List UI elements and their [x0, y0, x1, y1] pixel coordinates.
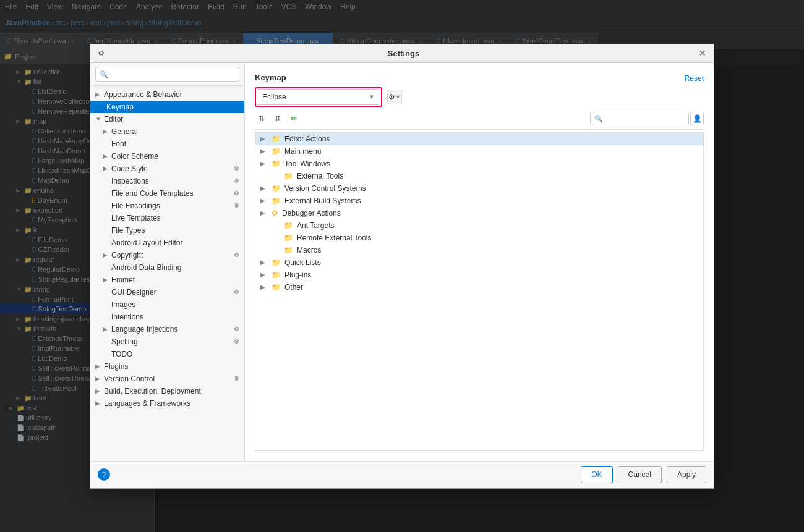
- keymap-item-other[interactable]: ▶ 📁 Other: [255, 281, 703, 293]
- nav-item-androiddatabinding[interactable]: Android Data Binding: [90, 261, 244, 274]
- dialog-title: Settings: [388, 49, 419, 58]
- nav-item-keymap[interactable]: Keymap: [90, 101, 244, 113]
- help-button[interactable]: ?: [98, 468, 110, 481]
- gear-icon: ⚙: [388, 93, 395, 101]
- keymap-row: Eclipse ▼ ⚙ ▼: [255, 87, 704, 107]
- keymap-dropdown[interactable]: Eclipse ▼: [257, 89, 380, 105]
- nav-item-androidlayouteditor[interactable]: Android Layout Editor: [90, 237, 244, 249]
- nav-item-colorscheme[interactable]: ▶ Color Scheme: [90, 150, 244, 163]
- nav-item-copyright[interactable]: ▶ Copyright ⚙: [90, 249, 244, 261]
- nav-item-editor[interactable]: ▼ Editor: [90, 113, 244, 125]
- settings-icon: ⚙: [98, 49, 105, 57]
- keymap-item-tool-windows[interactable]: ▶ 📁 Tool Windows: [255, 158, 703, 170]
- folder-icon: 📁: [272, 184, 281, 193]
- folder-icon: 📁: [284, 234, 293, 242]
- keymap-item-external-tools[interactable]: 📁 External Tools: [255, 170, 703, 182]
- nav-item-languages[interactable]: ▶ Languages & Frameworks: [90, 397, 244, 410]
- folder-icon: 📁: [272, 196, 281, 205]
- keymap-item-vcs[interactable]: ▶ 📁 Version Control Systems: [255, 182, 703, 195]
- keymap-search-input[interactable]: [590, 112, 689, 125]
- keymap-item-quick-lists[interactable]: ▶ 📁 Quick Lists: [255, 256, 703, 269]
- folder-icon: 📁: [284, 172, 293, 180]
- nav-tree: ▶ Appearance & Behavior Keymap ▼ Editor: [90, 86, 244, 461]
- nav-item-general[interactable]: ▶ General: [90, 125, 244, 138]
- nav-item-emmet[interactable]: ▶ Emmet: [90, 274, 244, 286]
- keymap-gear-button[interactable]: ⚙ ▼: [387, 90, 402, 104]
- nav-item-codestyle[interactable]: ▶ Code Style ⚙: [90, 163, 244, 175]
- keymap-item-main-menu[interactable]: ▶ 📁 Main menu: [255, 145, 703, 158]
- keymap-item-ant-targets[interactable]: 📁 Ant Targets: [255, 219, 703, 232]
- nav-item-versioncontrol[interactable]: ▶ Version Control ⚙: [90, 373, 244, 385]
- dialog-title-bar: ⚙ Settings ✕: [90, 44, 714, 63]
- keymap-item-editor-actions[interactable]: ▶ 📁 Editor Actions: [255, 133, 703, 145]
- nav-panel: ▶ Appearance & Behavior Keymap ▼ Editor: [90, 63, 245, 461]
- ok-button[interactable]: OK: [581, 466, 612, 483]
- nav-item-build[interactable]: ▶ Build, Execution, Deployment: [90, 385, 244, 397]
- folder-icon: 📁: [284, 246, 293, 255]
- nav-item-livetemplates[interactable]: Live Templates: [90, 212, 244, 224]
- nav-item-todo[interactable]: TODO: [90, 348, 244, 360]
- edit-action-button[interactable]: ✏: [287, 112, 301, 125]
- expand-all-button[interactable]: ⇅: [255, 112, 268, 125]
- nav-item-fileencodings[interactable]: File Encodings ⚙: [90, 200, 244, 212]
- modal-overlay: ⚙ Settings ✕ ▶ Appearance & Behavior: [0, 0, 804, 532]
- nav-item-plugins[interactable]: ▶ Plugins: [90, 360, 244, 373]
- nav-search-input[interactable]: [95, 67, 239, 82]
- nav-item-guidesigner[interactable]: GUI Designer ⚙: [90, 286, 244, 298]
- cancel-button[interactable]: Cancel: [618, 466, 662, 483]
- nav-item-spelling[interactable]: Spelling ⚙: [90, 336, 244, 348]
- actions-toolbar: ⇅ ⇵ ✏ 👤: [255, 112, 704, 130]
- nav-item-appearance[interactable]: ▶ Appearance & Behavior: [90, 88, 244, 101]
- person-icon: 👤: [690, 112, 704, 125]
- keymap-tree[interactable]: ▶ 📁 Editor Actions ▶ 📁 Main menu ▶: [255, 132, 704, 451]
- folder-icon: 📁: [272, 135, 281, 143]
- keymap-item-external-build[interactable]: ▶ 📁 External Build Systems: [255, 195, 703, 207]
- keymap-dropdown-wrapper: Eclipse ▼: [255, 87, 382, 107]
- nav-item-intentions[interactable]: Intentions: [90, 311, 244, 323]
- keymap-item-plugins[interactable]: ▶ 📁 Plug-ins: [255, 269, 703, 281]
- folder-icon: 📁: [272, 271, 281, 279]
- folder-icon: 📁: [272, 283, 281, 292]
- nav-item-filecodetemplates[interactable]: File and Code Templates ⚙: [90, 187, 244, 200]
- dialog-body: ▶ Appearance & Behavior Keymap ▼ Editor: [90, 63, 714, 461]
- folder-icon: 📁: [272, 147, 281, 156]
- keymap-label: Keymap: [255, 73, 704, 82]
- reset-button[interactable]: Reset: [685, 74, 704, 83]
- collapse-all-button[interactable]: ⇵: [271, 112, 284, 125]
- dialog-buttons: ? OK Cancel Apply: [90, 461, 714, 488]
- keymap-item-remote-external-tools[interactable]: 📁 Remote External Tools: [255, 232, 703, 244]
- dialog-close-button[interactable]: ✕: [699, 48, 706, 58]
- nav-item-font[interactable]: Font: [90, 138, 244, 150]
- settings-dialog: ⚙ Settings ✕ ▶ Appearance & Behavior: [90, 44, 714, 489]
- nav-item-languageinjections[interactable]: ▶ Language Injections ⚙: [90, 323, 244, 336]
- nav-search-area: [90, 63, 244, 86]
- folder-icon: 📁: [272, 159, 281, 168]
- ide-window: File Edit View Navigate Code Analyze Ref…: [0, 0, 804, 532]
- apply-button[interactable]: Apply: [667, 466, 706, 483]
- nav-arrow-appearance: ▶: [95, 91, 101, 98]
- keymap-item-debugger-actions[interactable]: ▶ ⚙ Debugger Actions: [255, 207, 703, 219]
- dropdown-chevron-icon: ▼: [369, 93, 375, 100]
- nav-item-inspections[interactable]: Inspections ⚙: [90, 175, 244, 187]
- nav-item-filetypes[interactable]: File Types: [90, 224, 244, 237]
- nav-item-images[interactable]: Images: [90, 298, 244, 311]
- keymap-item-macros[interactable]: 📁 Macros: [255, 244, 703, 256]
- debugger-icon: ⚙: [272, 209, 278, 217]
- keymap-search-area: 👤: [590, 112, 704, 125]
- folder-icon: 📁: [272, 258, 281, 267]
- content-panel: Reset Keymap Eclipse ▼ ⚙ ▼: [245, 63, 714, 461]
- folder-icon: 📁: [284, 221, 293, 230]
